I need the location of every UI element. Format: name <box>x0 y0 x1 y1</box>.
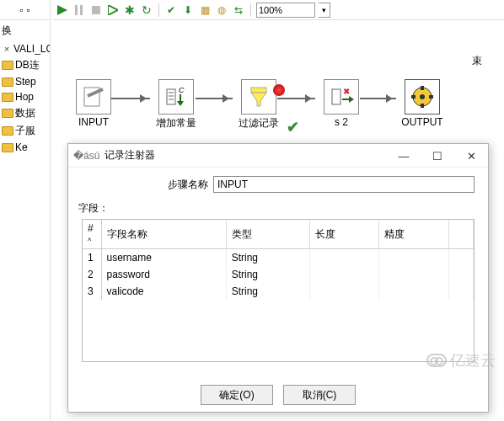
fields-grid[interactable]: # ^ 字段名称 类型 长度 精度 1usernameString 2passw… <box>82 219 475 362</box>
ok-button[interactable]: 确定(O) <box>201 385 273 405</box>
tree-item[interactable]: 数据 <box>0 104 50 122</box>
tree-item[interactable]: Ke <box>0 140 50 155</box>
table-row[interactable]: 1usernameString <box>83 249 474 267</box>
step-name-input[interactable] <box>213 176 475 193</box>
step-s2[interactable]: ✖ s 2 <box>317 79 366 128</box>
svg-marker-15 <box>251 93 266 106</box>
step-label: 增加常量 <box>152 116 201 131</box>
tree-tab[interactable]: 换 <box>0 20 50 41</box>
hop[interactable] <box>196 98 233 99</box>
svg-marker-4 <box>108 5 118 15</box>
impact-icon[interactable]: ⬇ <box>181 3 195 17</box>
col-length[interactable]: 长度 <box>309 220 379 249</box>
col-precision[interactable]: 精度 <box>379 220 449 249</box>
table-row[interactable]: 3valicodeString <box>83 283 474 300</box>
svg-rect-7 <box>167 89 175 104</box>
fields-section-label: 字段： <box>78 201 488 216</box>
svg-rect-1 <box>75 5 78 15</box>
tree-item-label: Hop <box>15 91 34 103</box>
run-icon[interactable] <box>56 3 69 17</box>
explore-icon[interactable]: ◍ <box>215 3 228 17</box>
folder-icon <box>2 61 13 70</box>
cancel-button[interactable]: 取消(C) <box>283 385 356 405</box>
svg-rect-16 <box>332 89 340 104</box>
svg-point-21 <box>420 94 425 99</box>
zoom-input[interactable] <box>256 3 315 18</box>
tree-item-label: VALI_LO <box>13 43 51 55</box>
hop[interactable] <box>277 98 315 99</box>
dialog-titlebar[interactable]: �ású 记录注射器 ― ☐ ✕ <box>68 144 488 168</box>
tree-header: ▫ ▫ <box>0 0 50 20</box>
col-name[interactable]: 字段名称 <box>101 220 226 249</box>
truncated-label: 束 <box>472 54 504 68</box>
svg-rect-14 <box>251 88 266 93</box>
tree-item-label: 子服 <box>15 124 35 138</box>
folder-icon <box>2 109 13 118</box>
svg-marker-19 <box>349 96 354 103</box>
step-add-constant-icon: C <box>158 79 194 115</box>
maximize-button[interactable]: ☐ <box>421 144 454 168</box>
svg-rect-24 <box>411 95 416 99</box>
svg-text:C: C <box>179 86 185 94</box>
tree-item[interactable]: 子服 <box>0 122 50 140</box>
separator <box>250 3 251 17</box>
debug-icon[interactable]: ✱ <box>123 3 137 17</box>
close-button[interactable]: ✕ <box>454 144 488 168</box>
step-add-constant[interactable]: C 增加常量 <box>152 79 201 131</box>
step-filter-icon <box>241 79 276 115</box>
svg-rect-23 <box>421 104 424 108</box>
step-input-icon <box>76 79 111 115</box>
tree-item[interactable]: DB连 <box>0 56 50 74</box>
watermark-icon <box>426 354 447 367</box>
record-injector-dialog: �ású 记录注射器 ― ☐ ✕ 步骤名称 字段： # ^ 字段名称 类型 长度… <box>67 143 489 413</box>
svg-rect-22 <box>421 86 424 90</box>
tree-item-label: DB连 <box>15 58 40 72</box>
verify-icon[interactable]: ✔ <box>164 3 178 17</box>
svg-rect-3 <box>92 6 100 14</box>
watermark-text: 亿速云 <box>450 350 496 370</box>
col-spacer <box>448 220 473 249</box>
tree-item[interactable]: ×VALI_LO <box>0 41 50 56</box>
svg-marker-0 <box>57 5 67 15</box>
hop[interactable] <box>360 98 396 99</box>
step-name-label: 步骤名称 <box>124 178 208 192</box>
stop-icon[interactable] <box>89 3 103 17</box>
step-s2-icon: ✖ <box>324 79 359 115</box>
hop[interactable] <box>111 98 150 99</box>
pause-icon[interactable] <box>72 3 86 17</box>
tree-item-label: 数据 <box>15 106 35 120</box>
folder-icon <box>2 93 13 102</box>
app-icon: �ású <box>73 150 99 162</box>
step-output-icon <box>405 79 440 115</box>
analyze-icon[interactable]: ⇆ <box>232 3 245 17</box>
zoom-dropdown[interactable]: ▾ <box>319 3 330 18</box>
svg-text:✖: ✖ <box>343 87 350 96</box>
step-output[interactable]: OUTPUT <box>398 79 447 128</box>
tree-mini-icon: ▫ <box>19 4 23 16</box>
replay-icon[interactable]: ↻ <box>140 3 153 17</box>
watermark: 亿速云 <box>426 350 496 370</box>
preview-icon[interactable] <box>106 3 120 17</box>
toolbar: ✱ ↻ ✔ ⬇ ▦ ◍ ⇆ ▾ <box>52 0 504 20</box>
dialog-title: 记录注射器 <box>105 148 155 163</box>
svg-marker-13 <box>177 101 184 106</box>
step-label: OUTPUT <box>398 116 447 128</box>
table-row[interactable]: 2passwordString <box>83 266 474 283</box>
folder-icon <box>2 77 13 87</box>
step-label: s 2 <box>317 116 366 128</box>
step-input[interactable]: INPUT <box>69 79 118 128</box>
chevron-icon: × <box>2 44 12 54</box>
side-tree: ▫ ▫ 换 ×VALI_LO DB连 Step Hop 数据 子服 Ke <box>0 0 51 421</box>
col-idx[interactable]: # ^ <box>83 220 101 249</box>
folder-icon <box>2 143 13 152</box>
minimize-button[interactable]: ― <box>387 144 421 168</box>
folder-icon <box>2 126 13 136</box>
tree-item[interactable]: Hop <box>0 89 50 104</box>
true-branch-icon: ✔ <box>287 118 300 131</box>
step-label: 过滤记录 <box>234 116 283 131</box>
tree-item[interactable]: Step <box>0 74 50 89</box>
sql-icon[interactable]: ▦ <box>198 3 212 17</box>
tree-mini-icon: ▫ <box>27 4 30 16</box>
tree-item-label: Ke <box>15 141 28 153</box>
col-type[interactable]: 类型 <box>226 220 309 249</box>
